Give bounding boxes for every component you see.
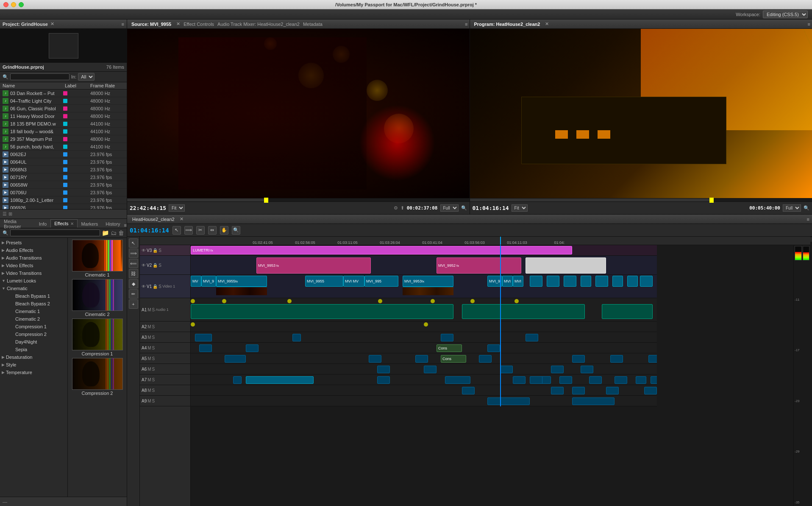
tree-item-cinematic-1[interactable]: Cinematic 1 [0,308,67,315]
lumetri-clip[interactable]: LUMETRI fx [191,246,572,254]
clip-mv-2-v1[interactable] [530,276,542,287]
a6-clip-4[interactable] [551,366,564,373]
a5-clip-5[interactable] [572,355,585,363]
a6-clip-3[interactable] [500,366,513,373]
clip-mvi-2-v1[interactable]: MVI [513,276,523,287]
tree-item-audio-transitions[interactable]: ▶ Audio Transitions [0,254,67,262]
a5-clip-2[interactable] [369,355,381,363]
a9-clip-1[interactable] [487,397,530,405]
timeline-timecode[interactable]: 01:04:16:14 [130,227,169,234]
a5-clip-1[interactable] [225,355,246,363]
track-a2-solo[interactable]: S [152,324,155,329]
a5-clip-7[interactable] [648,355,657,363]
a6-clip-2[interactable] [424,366,437,373]
a4-clip-1[interactable] [199,344,212,352]
tab-info[interactable]: Info [35,219,50,228]
tree-item-style[interactable]: ▶ Style [0,361,67,369]
effects-menu-btn[interactable]: ≡ [124,223,127,228]
a7-clip-cyan[interactable] [246,376,314,384]
hand-tool-btn[interactable]: ✋ [220,226,228,235]
tree-item-video-transitions[interactable]: ▶ Video Transitions [0,269,67,277]
track-v3-toggle[interactable]: 👁 [142,248,146,253]
clip-mv-4-v1[interactable] [595,276,608,287]
tab-history[interactable]: History [102,219,124,228]
track-a7-solo[interactable]: S [152,377,155,382]
source-menu-btn[interactable]: ≡ [465,22,467,27]
source-fit-select[interactable]: Fit [169,204,185,212]
project-close-btn[interactable]: ✕ [50,21,54,27]
list-item[interactable]: ♪ 18 fall body – wood& 44100 Hz [0,128,127,135]
source-tab-effect-controls[interactable]: Effect Controls [184,22,214,27]
close-button[interactable] [3,2,8,7]
program-fit-select[interactable]: Fit [512,204,528,212]
a7-clip-10[interactable] [636,376,646,384]
a8-clip-1[interactable] [462,387,475,394]
a7-clip-3[interactable] [445,376,470,384]
clip-mv-v1[interactable]: MV [191,276,201,287]
workspace-select[interactable]: Editing (CSS.5) [763,11,808,18]
list-view-icon[interactable]: ☰ [3,211,7,217]
minimize-button[interactable] [11,2,16,7]
search-input[interactable] [10,73,70,80]
track-a2-mute[interactable]: M [147,324,151,329]
program-progress-bar[interactable] [470,198,812,201]
a4-cons-clip[interactable]: Cons [437,344,462,352]
a6-clip-5[interactable] [581,366,593,373]
a7-clip-7[interactable] [559,376,572,384]
track-v1-toggle[interactable]: 👁 [142,284,146,289]
clip-mvi9955-2-v1[interactable]: MVI_9955 [305,276,343,287]
tree-item-sepia[interactable]: Sepia [0,346,67,353]
tree-item-audio-effects[interactable]: ▶ Audio Effects [0,246,67,254]
a8-clip-3[interactable] [572,387,585,394]
clip-mv-5-v1[interactable] [612,276,623,287]
clip-mv-7-v1[interactable] [640,276,653,287]
track-a1-solo[interactable]: S [152,308,155,312]
a7-clip-11[interactable] [651,376,657,384]
a7-clip-2[interactable] [377,376,390,384]
a7-clip-9[interactable] [615,376,627,384]
program-zoom-icon[interactable]: 🔍 [804,205,809,211]
tool-select[interactable]: ↖ [129,238,138,248]
clip-mvi9-v1[interactable]: MVI_9 [201,276,216,287]
a3-clip-1[interactable] [195,334,212,341]
track-a5-mute[interactable]: M [147,356,151,361]
effects-custom-bin-icon[interactable]: 🗂 [111,229,117,236]
track-a6-solo[interactable]: S [152,367,155,372]
tree-item-compression-1[interactable]: Compression 1 [0,323,67,330]
track-content-scroll[interactable]: LUMETRI fx MVI_9953 fx [191,245,793,506]
track-a9-mute[interactable]: M [147,399,151,403]
a7-clip-8[interactable] [589,376,602,384]
a7-clip-1[interactable] [233,376,242,384]
clip-mvi-1-v1[interactable]: MVI [502,276,513,287]
list-item[interactable]: ▶ 1080p_2.00-1_Letter 23.976 fps [0,196,127,204]
track-a1-mute[interactable]: M [147,308,151,312]
icon-view-icon[interactable]: ⊞ [8,211,12,217]
a4-clip-3[interactable] [487,344,500,352]
source-tab-close[interactable]: ✕ [176,21,180,27]
select-tool-btn[interactable]: ↖ [172,226,181,235]
preview-compression1[interactable]: Compression 1 [70,319,125,356]
track-a8-solo[interactable]: S [152,388,155,393]
tree-item-cinematic-2[interactable]: Cinematic 2 [0,315,67,323]
clip-mvi9953-v1[interactable]: MVI_9953fx [403,276,453,287]
tab-media-browser[interactable]: Media Browser [0,219,35,228]
tree-item-desaturation[interactable]: ▶ Desaturation [0,353,67,361]
tree-item-presets[interactable]: ▶ Presets [0,239,67,246]
track-a6-mute[interactable]: M [147,367,151,372]
list-item[interactable]: ▶ 0071RY 23.976 fps [0,173,127,181]
tool-mark[interactable]: ◆ [129,279,138,288]
list-item[interactable]: ♪ 11 Heavy Wood Door 48000 Hz [0,112,127,120]
preview-cinematic2[interactable]: Cinematic 2 [70,279,125,317]
a3-clip-3[interactable] [441,334,453,341]
a8-clip-4[interactable] [606,387,619,394]
tree-item-bleach-bypass-2[interactable]: Bleach Bypass 2 [0,300,67,308]
track-a7-mute[interactable]: M [147,377,151,382]
source-progress-bar[interactable] [127,198,470,201]
list-item[interactable]: ♪ 04–Traffic Light City 48000 Hz [0,97,127,105]
track-a3-solo[interactable]: S [152,335,155,340]
list-item[interactable]: ♪ 18 135 BPM DEMO.w 44100 Hz [0,120,127,128]
project-menu-btn[interactable]: ≡ [122,22,124,27]
clip-white-v2[interactable] [526,257,606,274]
tree-item-video-effects[interactable]: ▶ Video Effects [0,262,67,269]
clip-mv-6-v1[interactable] [627,276,638,287]
